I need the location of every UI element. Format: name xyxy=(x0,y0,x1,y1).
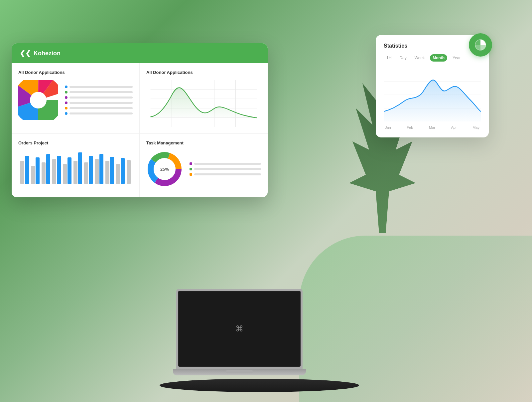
statistics-title: Statistics xyxy=(384,43,481,49)
svg-rect-28 xyxy=(89,156,93,184)
svg-rect-31 xyxy=(105,161,109,184)
x-label-mar: Mar xyxy=(429,125,435,129)
svg-rect-34 xyxy=(121,158,125,184)
svg-rect-19 xyxy=(42,162,46,184)
donut-panel-title: Task Management xyxy=(146,140,261,145)
legend-bar xyxy=(69,102,133,104)
bar-label: — xyxy=(20,186,22,189)
bar-label: — xyxy=(129,186,131,189)
donut-legend-item xyxy=(190,168,261,170)
dashboard-header: ❮❮ Kohezion xyxy=(12,43,268,63)
filter-year[interactable]: Year xyxy=(450,54,463,62)
x-label-feb: Feb xyxy=(407,125,413,129)
donut-legend-dot xyxy=(190,162,192,165)
legend-dot xyxy=(65,107,67,109)
donut-legend-dot xyxy=(190,173,192,176)
pie-chart-panel: All Donor Applications xyxy=(12,63,140,134)
legend-dot xyxy=(65,96,67,99)
legend-dot xyxy=(65,101,67,104)
svg-rect-27 xyxy=(84,162,88,184)
laptop: ⌘ xyxy=(173,289,306,382)
background-sofa xyxy=(299,236,532,402)
line-chart-svg-container xyxy=(146,80,261,127)
svg-rect-26 xyxy=(78,152,82,184)
time-filters: 1H Day Week Month Year xyxy=(384,54,481,62)
logo-icon: ❮❮ xyxy=(20,49,31,57)
pie-panel-title: All Donor Applications xyxy=(18,70,133,75)
donut-center-label: 25% xyxy=(160,167,169,172)
donut-legend-bar xyxy=(194,163,261,165)
legend-item xyxy=(65,91,133,94)
line-panel-title: All Donor Applications xyxy=(146,70,261,75)
bar-chart-panel: Orders Project xyxy=(12,134,140,197)
filter-1h[interactable]: 1H xyxy=(384,54,394,62)
legend-bar xyxy=(69,91,133,93)
svg-rect-24 xyxy=(67,157,71,184)
legend-item xyxy=(65,101,133,104)
svg-rect-29 xyxy=(95,159,99,184)
donut-legend xyxy=(190,162,261,176)
pie-chart-svg xyxy=(18,80,58,120)
donut-legend-bar xyxy=(194,173,261,175)
line-chart-panel: All Donor Applications xyxy=(140,63,268,134)
legend-dot xyxy=(65,86,67,88)
bar-panel-title: Orders Project xyxy=(18,140,133,145)
svg-rect-16 xyxy=(25,156,29,184)
svg-rect-30 xyxy=(99,154,103,184)
svg-rect-22 xyxy=(57,156,61,184)
bar-label: — xyxy=(42,186,44,189)
svg-rect-35 xyxy=(127,160,131,184)
legend-bar xyxy=(69,97,133,99)
donut-chart: 25% xyxy=(146,151,183,187)
x-axis-labels: Jan Feb Mar Apr May xyxy=(384,125,481,129)
svg-point-6 xyxy=(32,94,45,107)
svg-rect-32 xyxy=(110,157,114,184)
svg-rect-25 xyxy=(73,161,77,184)
x-label-apr: Apr xyxy=(451,125,457,129)
bar-label: — xyxy=(85,186,88,189)
dashboard-card: ❮❮ Kohezion All Donor Applications xyxy=(12,43,268,197)
donut-chart-panel: Task Management 25% xyxy=(140,134,268,197)
svg-rect-20 xyxy=(46,154,50,184)
donut-legend-bar xyxy=(194,168,261,170)
x-label-jan: Jan xyxy=(385,125,391,129)
bar-x-labels: — — — — — — xyxy=(18,185,133,190)
bar-chart-area: — — — — — — xyxy=(18,151,133,191)
legend-item xyxy=(65,112,133,115)
area-chart-svg xyxy=(384,68,481,121)
line-chart-svg xyxy=(146,80,261,127)
legend-dot xyxy=(65,112,67,115)
legend-item xyxy=(65,107,133,109)
pie-panel-content xyxy=(18,80,133,120)
donut-panel-content: 25% xyxy=(146,151,261,187)
svg-rect-21 xyxy=(52,159,56,184)
x-label-may: May xyxy=(472,125,479,129)
stats-pie-icon xyxy=(469,33,492,57)
legend-bar xyxy=(69,107,133,109)
bar-label: — xyxy=(63,186,66,189)
legend-bar xyxy=(69,112,133,114)
legend-dot xyxy=(65,91,67,94)
bar-chart-svg xyxy=(18,151,133,184)
logo-text: Kohezion xyxy=(34,50,61,57)
filter-month[interactable]: Month xyxy=(430,54,447,62)
svg-rect-18 xyxy=(36,157,40,184)
filter-week[interactable]: Week xyxy=(412,54,427,62)
legend-item xyxy=(65,86,133,88)
svg-rect-23 xyxy=(63,164,67,184)
pie-legend xyxy=(65,86,133,115)
svg-rect-15 xyxy=(20,161,24,184)
pie-icon-svg xyxy=(474,39,487,51)
area-chart-container xyxy=(384,68,481,121)
bar-label: — xyxy=(107,186,109,189)
filter-day[interactable]: Day xyxy=(397,54,409,62)
donut-chart-svg: 25% xyxy=(146,151,183,187)
svg-rect-17 xyxy=(31,166,35,184)
donut-legend-dot xyxy=(190,168,192,170)
legend-item xyxy=(65,96,133,99)
legend-bar xyxy=(69,86,133,88)
dashboard-grid: All Donor Applications xyxy=(12,63,268,197)
donut-legend-item xyxy=(190,162,261,165)
svg-rect-33 xyxy=(116,164,120,184)
donut-legend-item xyxy=(190,173,261,176)
